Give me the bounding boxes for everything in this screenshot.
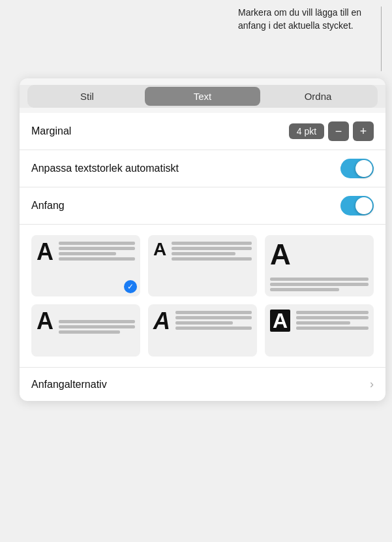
marginal-label: Marginal [31,125,289,137]
chevron-right-icon: › [370,377,374,391]
selected-checkmark: ✓ [124,280,137,293]
auto-text-toggle-knob [355,160,372,177]
marginal-row: Marginal 4 pkt − + [20,113,385,150]
marginal-value: 4 pkt [289,123,324,139]
auto-text-label: Anpassa textstorlek automatiskt [31,163,340,174]
auto-text-toggle[interactable] [340,159,374,178]
anfang-label: Anfang [31,200,340,212]
anfang-link-row[interactable]: Anfangalternativ › [20,368,385,401]
dropcap-option-5[interactable]: A [148,304,257,357]
tooltip-text: Markera om du vill lägga till en anfang … [238,7,361,31]
anfang-row: Anfang [20,187,385,225]
dropcap-option-6[interactable]: A [265,304,374,357]
tooltip: Markera om du vill lägga till en anfang … [238,7,382,32]
tab-stil[interactable]: Stil [29,87,145,106]
marginal-stepper: 4 pkt − + [289,121,374,141]
tab-ordna[interactable]: Ordna [260,87,376,106]
tab-bar-container: Stil Text Ordna [20,85,385,108]
marginal-increment-button[interactable]: + [353,121,374,141]
tab-bar: Stil Text Ordna [27,85,378,108]
marginal-decrement-button[interactable]: − [328,121,349,141]
auto-text-row: Anpassa textstorlek automatiskt [20,150,385,187]
main-panel: Stil Text Ordna Marginal 4 pkt − + Anpas… [20,78,385,401]
anfang-link-label: Anfangalternativ [31,379,370,391]
dropcap-option-1[interactable]: A ✓ [31,235,140,296]
dropcap-grid: A ✓ A [20,225,385,368]
anfang-toggle[interactable] [340,196,374,215]
anfang-toggle-knob [355,197,372,214]
dropcap-option-2[interactable]: A [148,235,257,296]
dropcap-option-4[interactable]: A [31,304,140,357]
tooltip-line [381,7,382,71]
content-area: Marginal 4 pkt − + Anpassa textstorlek a… [20,113,385,401]
dropcap-option-3[interactable]: A [265,235,374,296]
tab-text[interactable]: Text [145,87,260,106]
